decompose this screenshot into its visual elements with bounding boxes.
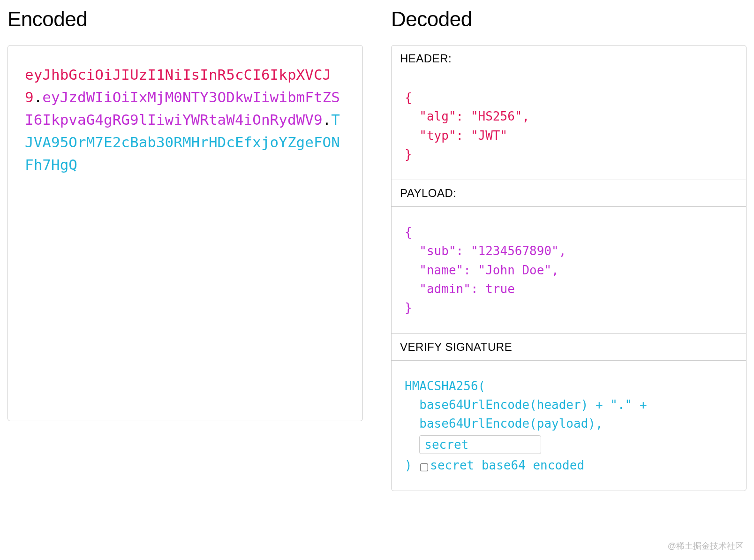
signature-body: HMACSHA256( base64UrlEncode(header) + ".… xyxy=(392,361,746,491)
decoded-column: Decoded HEADER: { "alg": "HS256", "typ":… xyxy=(391,8,746,491)
decoded-title: Decoded xyxy=(391,8,746,31)
secret-input[interactable] xyxy=(419,435,541,454)
encoded-panel: eyJhbGciOiJIUzI1NiIsInR5cCI6IkpXVCJ9.eyJ… xyxy=(8,45,363,421)
sig-line: base64UrlEncode(payload), xyxy=(405,414,733,433)
decoded-panel: HEADER: { "alg": "HS256", "typ": "JWT" }… xyxy=(391,45,746,491)
encoded-column: Encoded eyJhbGciOiJIUzI1NiIsInR5cCI6IkpX… xyxy=(8,8,363,491)
signature-section: VERIFY SIGNATURE HMACSHA256( base64UrlEn… xyxy=(392,333,746,491)
signature-section-label: VERIFY SIGNATURE xyxy=(392,334,746,361)
payload-section: PAYLOAD: { "sub": "1234567890", "name": … xyxy=(392,180,746,333)
header-section-label: HEADER: xyxy=(392,45,746,72)
sig-line: base64UrlEncode(header) + "." + xyxy=(405,395,733,414)
secret-base64-label: secret base64 encoded xyxy=(430,458,584,472)
secret-base64-checkbox[interactable] xyxy=(420,463,428,471)
header-json-editor[interactable]: { "alg": "HS256", "typ": "JWT" } xyxy=(392,72,746,180)
payload-json-editor[interactable]: { "sub": "1234567890", "name": "John Doe… xyxy=(392,207,746,333)
header-section: HEADER: { "alg": "HS256", "typ": "JWT" } xyxy=(392,45,746,180)
sig-line-close: ) xyxy=(405,458,419,472)
payload-section-label: PAYLOAD: xyxy=(392,180,746,207)
token-dot: . xyxy=(323,111,332,128)
encoded-token-editor[interactable]: eyJhbGciOiJIUzI1NiIsInR5cCI6IkpXVCJ9.eyJ… xyxy=(8,45,362,421)
token-payload-segment: eyJzdWIiOiIxMjM0NTY3ODkwIiwibmFtZSI6Ikpv… xyxy=(25,89,340,128)
sig-line: HMACSHA256( xyxy=(405,377,733,395)
encoded-title: Encoded xyxy=(8,8,363,31)
token-dot: . xyxy=(34,89,43,106)
